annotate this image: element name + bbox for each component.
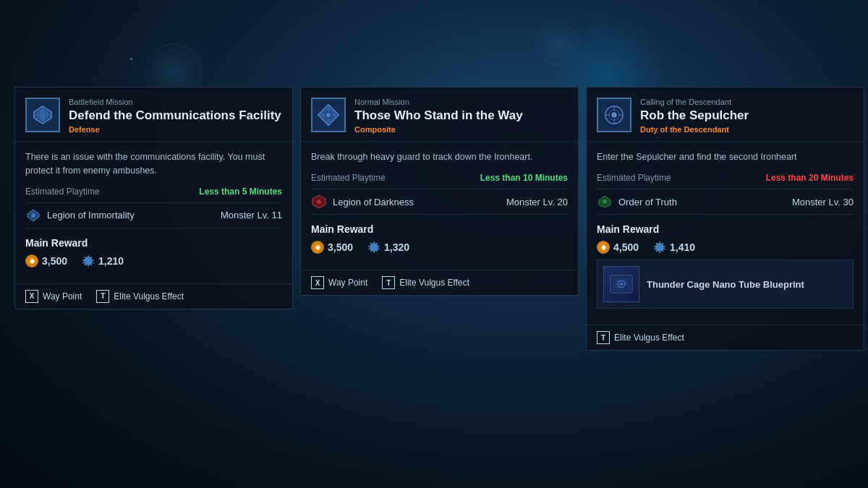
card-3-playtime-value: Less than 20 Minutes (766, 173, 854, 183)
card-1-reward-section: Main Reward ◈ 3,500 1,210 (25, 237, 282, 267)
card-2-footer: X Way Point T Elite Vulgus Effect (301, 270, 578, 295)
card-3-blueprint-name: Thunder Cage Nano Tube Blueprint (647, 279, 804, 290)
card-3-gold-value: 4,500 (613, 241, 639, 253)
card-1-body: There is an issue with the communication… (15, 142, 292, 283)
card-3-blueprint-reward: Thunder Cage Nano Tube Blueprint (597, 260, 854, 309)
card-3-reward-title: Main Reward (597, 223, 854, 235)
card-2-description: Break through heavy guard to track down … (311, 150, 568, 164)
svg-point-34 (620, 283, 623, 286)
card-1-faction-info: Legion of Immortality (25, 207, 135, 223)
card-2-mission-type: Normal Mission (354, 98, 568, 106)
card-1-waypoint-key: X (25, 290, 38, 303)
card-1-footer: X Way Point T Elite Vulgus Effect (15, 283, 292, 309)
card-2-waypoint-label: Way Point (328, 278, 367, 288)
card-2-icon (311, 98, 346, 132)
card-3-header: Calling of the Descendant Rob the Sepulc… (587, 87, 864, 142)
card-1-gold-reward: ◈ 3,500 (25, 254, 67, 267)
card-1-tag: Defense (69, 125, 282, 134)
card-3-footer: T Elite Vulgus Effect (587, 325, 864, 350)
card-1-vulgus-label: Elite Vulgus Effect (114, 291, 184, 301)
card-1-gear-reward: 1,210 (82, 254, 124, 267)
card-1-waypoint-btn[interactable]: X Way Point (25, 290, 82, 303)
card-1-icon (25, 98, 60, 132)
card-3-faction-name: Order of Truth (618, 197, 677, 207)
card-3-gold-reward: ◈ 4,500 (597, 241, 639, 254)
card-3-faction-info: Order of Truth (597, 194, 677, 210)
card-1-coin-icon: ◈ (25, 254, 38, 267)
card-1-reward-currency: ◈ 3,500 1,210 (25, 254, 282, 267)
card-3-vulgus-btn[interactable]: T Elite Vulgus Effect (597, 331, 684, 344)
card-2-playtime-label: Estimated Playtime (311, 173, 386, 183)
card-3-body: Enter the Sepulcher and find the second … (587, 142, 864, 325)
card-3-tag: Duty of the Descendant (640, 125, 854, 134)
card-1-faction-row: Legion of Immortality Monster Lv. 11 (25, 202, 282, 228)
svg-point-20 (612, 113, 616, 117)
card-3-reward-section: Main Reward ◈ 4,500 1,410 (597, 223, 854, 309)
card-2-mission-name: Those Who Stand in the Way (354, 108, 568, 123)
card-1-faction-name: Legion of Immortality (47, 210, 135, 221)
card-2-gold-reward: ◈ 3,500 (311, 241, 353, 254)
card-2-faction-name: Legion of Darkness (333, 197, 414, 207)
card-1-monster-level: Monster Lv. 11 (221, 210, 282, 221)
card-2-waypoint-key: X (311, 276, 324, 289)
card-3-vulgus-key: T (597, 331, 610, 344)
card-3-faction-icon (597, 194, 613, 210)
card-3-gear-reward: 1,410 (653, 241, 695, 254)
svg-point-16 (317, 200, 321, 204)
card-2-gear-value: 1,320 (384, 241, 409, 253)
svg-point-10 (326, 113, 331, 117)
card-2-header: Normal Mission Those Who Stand in the Wa… (301, 87, 578, 142)
card-3-reward-currency: ◈ 4,500 1,410 (597, 241, 854, 254)
card-2-gear-reward: 1,320 (367, 241, 409, 254)
card-1-reward-title: Main Reward (25, 237, 282, 249)
card-3-playtime-label: Estimated Playtime (597, 173, 671, 183)
card-2-title-area: Normal Mission Those Who Stand in the Wa… (354, 98, 568, 134)
card-3-title-area: Calling of the Descendant Rob the Sepulc… (640, 98, 854, 134)
svg-point-6 (31, 213, 35, 218)
card-1-playtime-value: Less than 5 Minutes (199, 187, 282, 197)
cards-container: Battlefield Mission Defend the Communica… (0, 0, 868, 488)
svg-point-26 (603, 200, 607, 204)
card-1-mission-name: Defend the Communications Facility (69, 108, 282, 123)
card-2-faction-row: Legion of Darkness Monster Lv. 20 (311, 189, 568, 215)
card-2-monster-level: Monster Lv. 20 (506, 197, 568, 207)
card-3-playtime-row: Estimated Playtime Less than 20 Minutes (597, 173, 854, 183)
card-calling-mission: Calling of the Descendant Rob the Sepulc… (586, 87, 864, 351)
card-2-coin-icon: ◈ (311, 241, 324, 254)
card-3-description: Enter the Sepulcher and find the second … (597, 150, 854, 164)
card-2-body: Break through heavy guard to track down … (301, 142, 578, 270)
card-3-mission-type: Calling of the Descendant (640, 98, 854, 106)
card-3-blueprint-icon (603, 266, 639, 302)
card-1-gold-value: 3,500 (42, 255, 67, 267)
card-3-monster-level: Monster Lv. 30 (792, 197, 854, 207)
card-3-vulgus-label: Elite Vulgus Effect (614, 333, 684, 343)
card-3-icon (597, 98, 631, 132)
card-battlefield-mission: Battlefield Mission Defend the Communica… (14, 87, 293, 309)
card-3-coin-icon: ◈ (597, 241, 610, 254)
card-3-gear-value: 1,410 (670, 241, 695, 253)
card-1-playtime-row: Estimated Playtime Less than 5 Minutes (25, 187, 282, 197)
card-1-vulgus-key: T (96, 290, 109, 303)
card-2-tag: Composite (354, 125, 568, 134)
card-2-reward-title: Main Reward (311, 223, 568, 235)
card-2-reward-section: Main Reward ◈ 3,500 1,320 (311, 223, 568, 254)
card-3-mission-name: Rob the Sepulcher (640, 108, 854, 123)
card-normal-mission: Normal Mission Those Who Stand in the Wa… (300, 87, 579, 296)
card-1-gear-value: 1,210 (98, 255, 124, 267)
card-1-playtime-label: Estimated Playtime (25, 187, 100, 197)
card-2-vulgus-key: T (382, 276, 395, 289)
card-2-faction-info: Legion of Darkness (311, 194, 414, 210)
card-2-reward-currency: ◈ 3,500 1,320 (311, 241, 568, 254)
card-1-header: Battlefield Mission Defend the Communica… (15, 87, 292, 142)
card-1-faction-icon (25, 207, 41, 223)
card-2-vulgus-btn[interactable]: T Elite Vulgus Effect (382, 276, 469, 289)
card-1-title-area: Battlefield Mission Defend the Communica… (69, 98, 282, 134)
card-1-vulgus-btn[interactable]: T Elite Vulgus Effect (96, 290, 184, 303)
card-1-mission-type: Battlefield Mission (69, 98, 282, 106)
card-2-playtime-value: Less than 10 Minutes (480, 173, 568, 183)
card-2-waypoint-btn[interactable]: X Way Point (311, 276, 367, 289)
card-2-faction-icon (311, 194, 327, 210)
card-3-faction-row: Order of Truth Monster Lv. 30 (597, 189, 854, 215)
card-2-gold-value: 3,500 (328, 241, 353, 253)
card-2-vulgus-label: Elite Vulgus Effect (399, 278, 469, 288)
